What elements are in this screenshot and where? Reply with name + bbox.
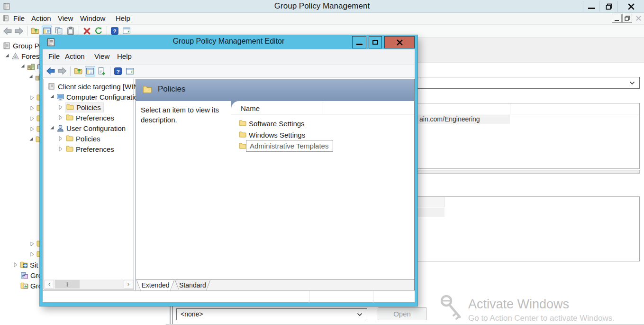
collapsed-arrow-icon[interactable] — [30, 95, 35, 101]
back-icon[interactable] — [2, 26, 12, 36]
editor-tree-preferences-computer[interactable]: Preferences — [58, 112, 114, 123]
folder-icon — [66, 135, 74, 143]
gp-editor-window: Group Policy Management Editor File Acti… — [40, 35, 417, 306]
expanded-arrow-icon[interactable] — [28, 74, 34, 80]
tree-horizontal-scrollbar[interactable]: ‹ › — [44, 279, 134, 289]
editor-menu-action[interactable]: Action — [65, 52, 85, 60]
show-action-pane-icon[interactable] — [121, 26, 132, 36]
editor-menu-bar: File Action View Help — [43, 49, 415, 65]
expanded-arrow-icon[interactable] — [50, 94, 55, 100]
editor-maximize-button[interactable] — [369, 36, 382, 48]
column-header-name[interactable]: Name — [241, 104, 260, 112]
expanded-arrow-icon[interactable] — [5, 53, 10, 59]
refresh-icon[interactable] — [93, 26, 104, 36]
mdi-close-button[interactable] — [634, 14, 644, 23]
list-item-software-settings[interactable]: Software Settings — [239, 118, 305, 129]
scroll-left-button[interactable]: ‹ — [45, 280, 54, 288]
editor-menu-help[interactable]: Help — [117, 52, 132, 60]
editor-status-bar — [43, 290, 415, 302]
copy-icon[interactable] — [54, 26, 64, 36]
collapsed-arrow-icon[interactable] — [58, 146, 63, 152]
collapsed-arrow-icon[interactable] — [30, 251, 35, 257]
menu-file[interactable]: File — [13, 14, 25, 22]
close-button[interactable] — [618, 0, 644, 13]
help-icon[interactable]: ? — [113, 66, 123, 76]
back-icon[interactable] — [45, 66, 55, 76]
expanded-arrow-icon[interactable] — [20, 64, 26, 69]
editor-menu-file[interactable]: File — [48, 52, 60, 60]
tree-item-gpmc-root[interactable]: Group Po — [3, 41, 43, 50]
editor-tree-preferences-user[interactable]: Preferences — [58, 144, 114, 154]
mdi-minimize-button[interactable] — [612, 14, 622, 23]
folder-icon — [239, 131, 247, 139]
activate-windows-subtitle: Go to Action Center to activate Windows. — [468, 314, 615, 323]
show-console-tree-icon[interactable] — [85, 66, 95, 76]
editor-tree-user-config[interactable]: User Configuration — [50, 123, 126, 133]
collapsed-arrow-icon[interactable] — [30, 105, 35, 111]
tab-standard[interactable]: Standard — [175, 280, 210, 291]
show-action-pane-icon[interactable] — [125, 66, 135, 76]
collapsed-arrow-icon[interactable] — [58, 104, 63, 110]
domains-icon — [27, 63, 35, 71]
show-console-tree-icon[interactable] — [42, 26, 52, 36]
collapsed-arrow-icon[interactable] — [30, 126, 35, 132]
pane-splitter[interactable] — [170, 306, 171, 324]
collapsed-arrow-icon[interactable] — [13, 262, 18, 268]
editor-menu-view[interactable]: View — [94, 52, 109, 60]
help-icon[interactable]: ? — [109, 26, 120, 36]
folder-icon — [66, 103, 74, 111]
editor-minimize-button[interactable] — [352, 36, 366, 48]
selected-tree-item: Policies — [65, 102, 104, 112]
editor-title-bar[interactable]: Group Policy Management Editor — [43, 35, 415, 49]
editor-results-pane: Policies Select an item to view its desc… — [136, 79, 415, 290]
tree-item-sites[interactable]: Sit — [13, 260, 38, 269]
gp-modeling-icon — [20, 271, 28, 279]
gpo-combobox[interactable]: <none> — [176, 308, 367, 320]
scroll-right-button[interactable]: › — [124, 280, 133, 288]
export-list-icon[interactable] — [97, 66, 107, 76]
menu-action[interactable]: Action — [31, 14, 51, 22]
svg-text:?: ? — [113, 28, 116, 35]
pane-header-title: Policies — [158, 84, 186, 94]
expanded-arrow-icon[interactable] — [29, 137, 34, 142]
editor-tree-root[interactable]: Client side targeting [WIN — [48, 81, 138, 92]
forest-icon — [11, 52, 19, 60]
editor-tree-computer-config[interactable]: Computer Configuration — [50, 92, 142, 102]
list-item-windows-settings[interactable]: Windows Settings — [239, 130, 305, 140]
parent-folder-icon[interactable] — [30, 26, 40, 36]
mdi-restore-button[interactable] — [622, 14, 632, 23]
folder-icon — [143, 85, 152, 93]
minimize-button[interactable] — [583, 0, 599, 13]
tree-item-gp-modeling[interactable]: Gro — [20, 270, 42, 280]
key-icon — [438, 293, 464, 322]
scrollbar-thumb[interactable] — [55, 280, 80, 288]
scope-row-location: ain.com/Engineering — [419, 115, 480, 123]
expanded-arrow-icon[interactable] — [50, 125, 55, 131]
menu-window[interactable]: Window — [80, 14, 105, 22]
tab-extended[interactable]: Extended — [136, 280, 174, 291]
collapsed-arrow-icon[interactable] — [30, 116, 35, 121]
forward-icon[interactable] — [57, 66, 67, 76]
paste-icon[interactable] — [65, 26, 76, 36]
collapsed-arrow-icon[interactable] — [30, 241, 35, 247]
gpo-scroll-icon — [48, 83, 56, 91]
restore-button[interactable] — [600, 0, 617, 13]
collapsed-arrow-icon[interactable] — [58, 115, 63, 121]
menu-help[interactable]: Help — [116, 14, 130, 22]
parent-folder-icon[interactable] — [73, 66, 83, 76]
editor-close-button[interactable] — [384, 36, 415, 48]
admin-templates-label-box[interactable]: Administrative Templates — [246, 140, 333, 152]
forward-icon[interactable] — [14, 26, 24, 36]
pane-splitter[interactable] — [172, 306, 173, 324]
editor-tree-policies-user[interactable]: Policies — [58, 133, 100, 144]
delete-icon[interactable] — [82, 26, 92, 36]
menu-view[interactable]: View — [58, 14, 73, 22]
tree-item-forest[interactable]: Forest — [5, 51, 42, 61]
editor-console-tree: Client side targeting [WIN Computer Conf… — [44, 79, 134, 289]
gpo-combobox-value: <none> — [177, 309, 367, 320]
open-button[interactable]: Open — [378, 307, 426, 320]
tree-item-gp-results[interactable]: Gro — [20, 281, 42, 290]
user-icon — [56, 124, 64, 132]
collapsed-arrow-icon[interactable] — [58, 136, 63, 141]
editor-tree-policies-computer[interactable]: Policies — [58, 102, 104, 112]
